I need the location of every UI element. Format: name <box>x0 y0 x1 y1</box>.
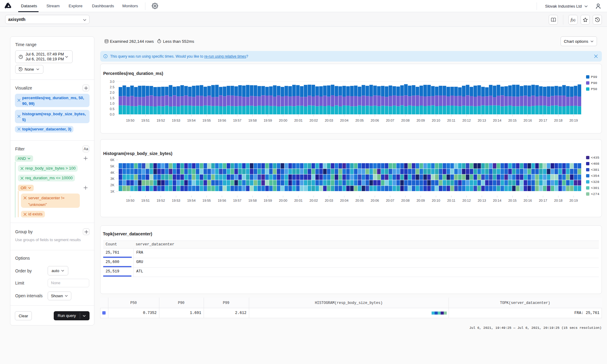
svg-text:0.5: 0.5 <box>110 107 114 111</box>
svg-text:19:57: 19:57 <box>233 199 242 202</box>
svg-text:3K: 3K <box>110 177 115 180</box>
svg-text:4K: 4K <box>110 171 115 174</box>
svg-text:20:11: 20:11 <box>447 199 456 202</box>
svg-text:20:05: 20:05 <box>355 119 364 122</box>
svg-text:19:53: 19:53 <box>172 199 180 202</box>
svg-text:20:19: 20:19 <box>569 119 578 122</box>
svg-text:20:08: 20:08 <box>401 119 410 122</box>
svg-text:20:11: 20:11 <box>447 119 456 122</box>
svg-text:20:03: 20:03 <box>325 119 333 122</box>
svg-text:20:14: 20:14 <box>493 119 501 122</box>
svg-text:20:05: 20:05 <box>355 199 364 202</box>
svg-text:20:10: 20:10 <box>432 199 440 202</box>
svg-text:20:12: 20:12 <box>463 119 471 122</box>
svg-text:19:55: 19:55 <box>202 199 211 202</box>
svg-text:2K: 2K <box>110 183 115 187</box>
svg-text:20:08: 20:08 <box>401 199 410 202</box>
svg-text:1.5: 1.5 <box>110 96 114 100</box>
svg-text:20:01: 20:01 <box>294 199 303 202</box>
svg-text:19:58: 19:58 <box>248 199 257 202</box>
svg-text:20:17: 20:17 <box>539 119 547 122</box>
svg-text:5K: 5K <box>110 164 115 168</box>
svg-text:19:52: 19:52 <box>157 199 165 202</box>
svg-text:19:58: 19:58 <box>248 119 257 122</box>
svg-text:0.0: 0.0 <box>110 113 114 116</box>
svg-text:20:13: 20:13 <box>478 199 486 202</box>
svg-text:20:09: 20:09 <box>416 199 425 202</box>
svg-text:19:59: 19:59 <box>264 199 272 202</box>
svg-text:19:55: 19:55 <box>202 119 211 122</box>
svg-text:20:09: 20:09 <box>416 119 425 122</box>
svg-text:19:51: 19:51 <box>141 119 150 122</box>
svg-text:20:14: 20:14 <box>493 199 501 202</box>
svg-text:2.5: 2.5 <box>110 85 114 89</box>
svg-text:20:18: 20:18 <box>554 199 563 202</box>
svg-text:20:04: 20:04 <box>340 199 349 202</box>
svg-text:19:56: 19:56 <box>218 119 226 122</box>
svg-text:19:56: 19:56 <box>218 199 226 202</box>
svg-text:20:07: 20:07 <box>386 199 395 202</box>
svg-text:2.0: 2.0 <box>110 91 114 94</box>
svg-text:20:04: 20:04 <box>340 119 349 122</box>
svg-text:20:15: 20:15 <box>508 119 517 122</box>
svg-text:19:57: 19:57 <box>233 119 242 122</box>
svg-text:20:12: 20:12 <box>463 199 471 202</box>
svg-text:6K: 6K <box>110 158 115 162</box>
svg-text:20:07: 20:07 <box>386 119 395 122</box>
svg-text:20:10: 20:10 <box>432 119 440 122</box>
svg-text:20:16: 20:16 <box>524 199 532 202</box>
svg-text:19:52: 19:52 <box>157 119 165 122</box>
svg-text:20:06: 20:06 <box>371 119 379 122</box>
svg-text:1K: 1K <box>110 190 115 193</box>
svg-text:20:13: 20:13 <box>478 119 486 122</box>
svg-text:19:51: 19:51 <box>141 199 150 202</box>
svg-text:20:15: 20:15 <box>508 199 517 202</box>
svg-text:20:00: 20:00 <box>279 119 287 122</box>
svg-text:19:50: 19:50 <box>126 199 134 202</box>
svg-text:20:17: 20:17 <box>539 199 547 202</box>
svg-text:19:50: 19:50 <box>126 119 134 122</box>
svg-text:20:02: 20:02 <box>310 119 318 122</box>
svg-text:19:54: 19:54 <box>187 119 196 122</box>
svg-text:20:03: 20:03 <box>325 199 333 202</box>
svg-text:20:01: 20:01 <box>294 119 303 122</box>
svg-text:1.0: 1.0 <box>110 102 114 105</box>
svg-text:19:59: 19:59 <box>264 119 272 122</box>
svg-text:20:18: 20:18 <box>554 119 563 122</box>
svg-text:19:54: 19:54 <box>187 199 196 202</box>
svg-text:3.0: 3.0 <box>110 80 114 83</box>
svg-text:20:16: 20:16 <box>524 119 532 122</box>
svg-text:20:06: 20:06 <box>371 199 379 202</box>
svg-text:20:00: 20:00 <box>279 199 287 202</box>
svg-text:20:02: 20:02 <box>310 199 318 202</box>
svg-text:20:19: 20:19 <box>569 199 578 202</box>
svg-text:19:53: 19:53 <box>172 119 180 122</box>
